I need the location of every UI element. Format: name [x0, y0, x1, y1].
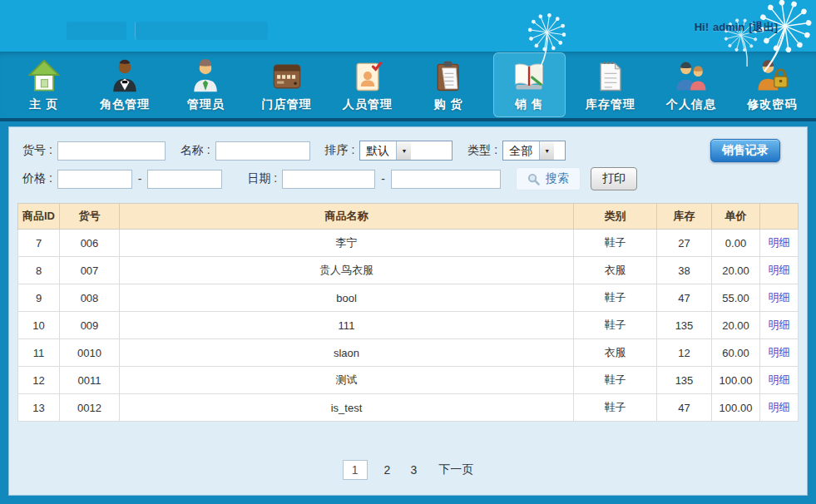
detail-link[interactable]: 明细 — [769, 291, 790, 304]
date-range-dash: - — [381, 172, 385, 185]
nav-item-purchase[interactable]: 购 货 — [412, 52, 484, 117]
profile-icon — [673, 58, 710, 95]
nav-label: 门店管理 — [262, 97, 312, 112]
logo — [67, 22, 126, 40]
name-label: 名称 : — [181, 143, 210, 158]
filter-row-2: 价格 : - 日期 : - 搜索 打印 — [22, 166, 795, 191]
cell-unit-price: 100.00 — [712, 394, 760, 422]
chevron-down-icon: ▼ — [396, 141, 411, 160]
table-row: 9 008 bool 鞋子 47 55.00 明细 — [18, 284, 799, 312]
cell-product-name: bool — [120, 284, 574, 312]
cell-category: 鞋子 — [574, 367, 657, 394]
nav-item-change-password[interactable]: 修改密码 — [736, 52, 809, 117]
nav-item-personal-info[interactable]: 个人信息 — [655, 52, 727, 117]
logout-link[interactable]: [退出] — [749, 21, 778, 33]
inventory-icon — [592, 58, 629, 95]
nav-item-administrator[interactable]: 管理员 — [170, 52, 242, 117]
price-min-input[interactable] — [57, 170, 132, 189]
cell-product-name: slaon — [120, 339, 574, 367]
sales-record-button[interactable]: 销售记录 — [710, 139, 780, 162]
table-row: 11 0010 slaon 衣服 12 60.00 明细 — [18, 339, 799, 367]
page-button-2[interactable]: 2 — [381, 461, 394, 479]
nav-label: 角色管理 — [100, 97, 150, 112]
cell-item-no: 008 — [60, 284, 120, 312]
cell-stock: 47 — [657, 284, 712, 312]
chevron-down-icon: ▼ — [539, 141, 554, 160]
nav-label: 购 货 — [434, 97, 463, 112]
top-header-band: Hi!admin[退出] — [0, 0, 816, 52]
type-label: 类型 : — [467, 143, 497, 158]
detail-link[interactable]: 明细 — [769, 264, 790, 276]
price-label: 价格 : — [22, 171, 52, 186]
administrator-icon — [187, 58, 224, 95]
nav-label: 人员管理 — [343, 97, 393, 112]
nav-item-store-management[interactable]: 门店管理 — [250, 52, 323, 117]
detail-link[interactable]: 明细 — [769, 373, 790, 386]
price-max-input[interactable] — [147, 170, 222, 189]
cell-stock: 135 — [657, 312, 712, 339]
table-row: 8 007 贵人鸟衣服 衣服 38 20.00 明细 — [18, 257, 799, 284]
main-navigation: 主 页 角色管理 管理员 门店管理 — [0, 52, 816, 121]
search-button[interactable]: 搜索 — [516, 167, 581, 190]
cell-stock: 135 — [657, 367, 712, 394]
cell-stock: 38 — [657, 257, 712, 284]
cell-unit-price: 55.00 — [712, 284, 760, 312]
nav-label: 销 售 — [515, 97, 544, 112]
greeting-text: Hi! — [695, 21, 709, 33]
nav-item-staff-management[interactable]: 人员管理 — [331, 52, 403, 117]
detail-link[interactable]: 明细 — [769, 346, 790, 358]
cell-product-id: 12 — [18, 367, 60, 394]
col-product-id: 商品ID — [18, 204, 60, 230]
detail-link[interactable]: 明细 — [769, 319, 790, 331]
sales-icon — [511, 58, 547, 95]
name-input[interactable] — [215, 141, 310, 161]
nav-label: 管理员 — [187, 97, 225, 112]
cell-item-no: 007 — [60, 257, 120, 284]
cell-unit-price: 60.00 — [712, 339, 760, 367]
item-no-label: 货号 : — [22, 143, 52, 158]
detail-link[interactable]: 明细 — [769, 236, 790, 249]
products-table: 商品ID 货号 商品名称 类别 库存 单价 7 006 李宁 鞋子 27 0.0… — [17, 203, 799, 422]
cell-product-name: 测试 — [120, 367, 574, 394]
cell-product-name: is_test — [120, 394, 574, 422]
print-button[interactable]: 打印 — [591, 167, 637, 190]
staff-management-icon — [349, 58, 386, 95]
cell-unit-price: 20.00 — [712, 257, 760, 284]
cell-category: 衣服 — [574, 257, 657, 284]
col-unit-price: 单价 — [712, 204, 760, 230]
type-select[interactable]: 全部 ▼ — [502, 141, 566, 161]
cell-category: 鞋子 — [574, 230, 657, 257]
item-no-input[interactable] — [57, 141, 166, 161]
search-button-label: 搜索 — [546, 171, 569, 186]
sales-record-button-label: 销售记录 — [722, 143, 769, 156]
date-from-input[interactable] — [282, 170, 375, 189]
cell-unit-price: 100.00 — [712, 367, 760, 394]
nav-item-sales[interactable]: 销 售 — [493, 52, 566, 117]
date-to-input[interactable] — [391, 170, 501, 189]
col-category: 类别 — [574, 204, 657, 230]
date-label: 日期 : — [247, 171, 277, 186]
cell-item-no: 009 — [60, 312, 120, 339]
change-password-icon — [754, 58, 790, 95]
sort-selected-value: 默认 — [360, 141, 396, 160]
sales-admin-page: { "header": { "greeting": "Hi!", "userna… — [0, 0, 816, 504]
nav-item-home[interactable]: 主 页 — [7, 52, 80, 117]
cell-product-id: 13 — [18, 394, 60, 422]
cell-category: 鞋子 — [574, 394, 657, 422]
next-page-button[interactable]: 下一页 — [438, 462, 473, 477]
detail-link[interactable]: 明细 — [769, 401, 790, 413]
page-button-3[interactable]: 3 — [407, 461, 420, 479]
nav-item-role-management[interactable]: 角色管理 — [88, 52, 161, 117]
cell-product-id: 10 — [18, 312, 60, 339]
cell-item-no: 0012 — [60, 394, 120, 422]
cell-product-name: 贵人鸟衣服 — [120, 257, 574, 284]
content-panel: 货号 : 名称 : 排序 : 默认 ▼ 类型 : 全部 ▼ 销售记录 价格 : … — [8, 126, 808, 496]
pagination: 1 2 3 下一页 — [9, 460, 807, 495]
nav-item-inventory-management[interactable]: 库存管理 — [574, 52, 646, 117]
sort-select[interactable]: 默认 ▼ — [359, 141, 453, 161]
logo-subtitle — [135, 22, 268, 40]
cell-category: 鞋子 — [574, 284, 657, 312]
cell-product-name: 111 — [120, 312, 574, 339]
cell-product-id: 11 — [18, 339, 60, 367]
page-button-1[interactable]: 1 — [343, 460, 368, 480]
